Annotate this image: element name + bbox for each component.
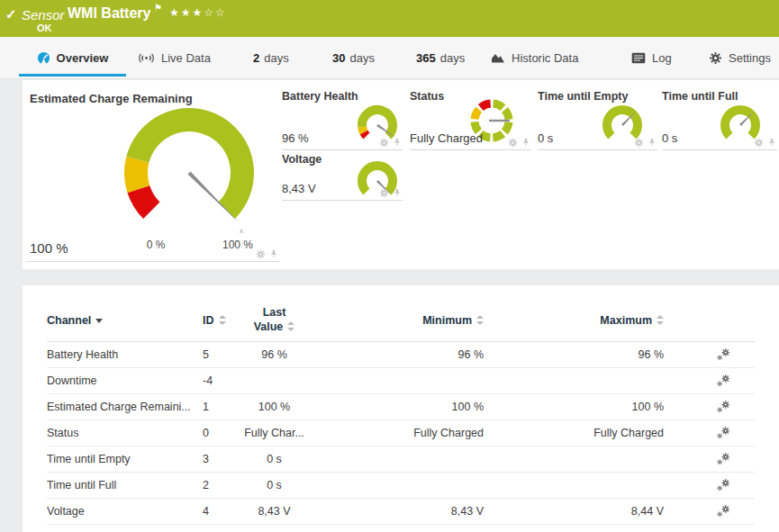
object-kind-label: Sensor (22, 7, 65, 23)
channel-last-value: 0 s (236, 472, 313, 498)
gauge-pin-icon[interactable] (269, 248, 278, 259)
channel-name: Estimated Charge Remaini... (47, 393, 195, 419)
channel-id: 2 (195, 472, 236, 498)
column-header-minimum[interactable]: Minimum (313, 300, 484, 341)
channel-last-value: 8,43 V (236, 498, 313, 524)
channel-minimum (313, 367, 484, 393)
channel-settings-gears-icon[interactable] (716, 478, 730, 492)
column-header-last-value[interactable]: Last Value (236, 300, 313, 341)
tab-historic-data[interactable]: Historic Data (491, 37, 578, 78)
settings-gear-icon (709, 51, 722, 65)
gauge-title: Status (410, 90, 444, 103)
sort-icon (656, 315, 664, 325)
table-row: Status 0 Fully Char... Fully Charged Ful… (47, 419, 755, 446)
channel-maximum: 96 % (484, 341, 664, 367)
channel-last-value: 0 s (236, 446, 313, 472)
tab-label: Live Data (161, 51, 211, 65)
channel-settings-gears-icon[interactable] (716, 504, 730, 518)
table-header-row: Channel ID Last Value Minimum Maximum (47, 300, 755, 341)
gauge-settings-gear-icon[interactable] (379, 188, 389, 198)
channel-last-value (236, 367, 313, 393)
table-row: Time until Full 2 0 s (47, 472, 755, 498)
gauge-time-until-empty: Time until Empty 0 s (538, 90, 657, 150)
table-row: Voltage 4 8,43 V 8,43 V 8,44 V (47, 498, 755, 524)
tab-live-data[interactable]: Live Data (138, 37, 211, 78)
channel-maximum (484, 367, 664, 393)
gauge-settings-gear-icon[interactable] (754, 138, 764, 148)
table-row: Time until Empty 3 0 s (47, 446, 755, 472)
gauge-pin-icon[interactable] (767, 137, 776, 148)
tab-label: days (349, 51, 374, 65)
channel-table: Channel ID Last Value Minimum Maximum Ba… (47, 300, 755, 525)
tab-label: Log (652, 51, 672, 65)
channel-id: 5 (195, 341, 236, 367)
channel-last-value: Fully Char... (236, 419, 313, 446)
tab-label: Settings (729, 51, 771, 65)
channel-name: Time until Empty (47, 446, 195, 472)
gauges-panel: Estimated Charge Remaining x 0 % 100 % 1… (23, 80, 779, 269)
tab-settings[interactable]: Settings (709, 37, 771, 78)
channels-panel: Channel ID Last Value Minimum Maximum Ba… (23, 285, 779, 532)
table-row: Downtime -4 (47, 367, 755, 393)
channel-settings-gears-icon[interactable] (716, 374, 730, 388)
tab-label: days (264, 51, 288, 65)
sensor-header: ✓ Sensor WMI Battery ⚑ ★★★☆☆ OK (0, 0, 779, 37)
tab-365-days[interactable]: 365 days (416, 37, 465, 78)
gauge-icon (37, 51, 50, 65)
channel-settings-gears-icon[interactable] (716, 452, 730, 466)
sort-desc-icon (95, 319, 103, 323)
gauge-battery-health: Battery Health 96 % (282, 90, 403, 150)
tab-label: Overview (57, 51, 109, 65)
channel-settings-gears-icon[interactable] (716, 426, 730, 440)
gauge-pin-icon[interactable] (393, 187, 402, 198)
gauge-value: 0 s (662, 131, 677, 145)
gauge-settings-gear-icon[interactable] (508, 138, 518, 148)
gauge-pin-icon[interactable] (521, 137, 530, 148)
channel-minimum (313, 472, 484, 498)
gauge-settings-gear-icon[interactable] (634, 138, 644, 148)
channel-name: Voltage (47, 498, 195, 524)
column-header-maximum[interactable]: Maximum (484, 300, 664, 341)
needle-tip-marker: x (240, 227, 243, 235)
gauge-pin-icon[interactable] (648, 137, 657, 148)
channel-minimum: 8,43 V (313, 498, 484, 524)
channel-settings-gears-icon[interactable] (716, 347, 730, 362)
gauge-title: Voltage (282, 153, 322, 166)
sensor-ok-check-icon: ✓ (5, 6, 17, 23)
table-row: Battery Health 5 96 % 96 % 96 % (47, 341, 755, 367)
sort-icon (476, 315, 484, 325)
channel-id: 3 (195, 446, 236, 472)
priority-stars[interactable]: ★★★☆☆ (169, 6, 227, 19)
channel-maximum (484, 472, 664, 498)
gauge-pin-icon[interactable] (393, 137, 402, 148)
gauge-scale-max: 100 % (216, 239, 259, 251)
channel-maximum: Fully Charged (484, 419, 664, 446)
channel-maximum: 100 % (484, 393, 664, 419)
gauge-settings-gear-icon[interactable] (379, 138, 389, 148)
sensor-status-badge: OK (37, 23, 52, 33)
tab-bar: Overview Live Data 2 days 30 days 365 da… (0, 37, 779, 79)
gauge-value: 96 % (282, 131, 309, 145)
tab-log[interactable]: Log (631, 37, 672, 78)
channel-settings-gears-icon[interactable] (716, 400, 730, 414)
channel-name: Status (47, 419, 195, 446)
channel-maximum: 8,44 V (484, 498, 664, 524)
gauge-settings-gear-icon[interactable] (256, 249, 266, 259)
tab-30-days[interactable]: 30 days (332, 37, 375, 78)
channel-minimum (313, 446, 484, 472)
tab-2-days[interactable]: 2 days (253, 37, 289, 78)
gauge-status: Status Fully Charged (410, 90, 531, 150)
gauge-estimated-charge-remaining: Estimated Charge Remaining x 0 % 100 % 1… (25, 87, 279, 262)
flag-icon: ⚑ (154, 3, 162, 13)
sort-icon (286, 321, 294, 331)
gauge-title: Battery Health (282, 90, 358, 103)
log-icon (631, 52, 646, 64)
column-header-id[interactable]: ID (195, 300, 236, 341)
gauge-scale-min: 0 % (138, 239, 174, 251)
tab-overview[interactable]: Overview (19, 37, 126, 78)
column-header-channel[interactable]: Channel (47, 300, 195, 341)
channel-minimum: 96 % (313, 341, 484, 367)
gauge-value: 100 % (30, 240, 68, 256)
channel-name: Time until Full (47, 472, 195, 498)
channel-last-value: 100 % (236, 393, 313, 419)
